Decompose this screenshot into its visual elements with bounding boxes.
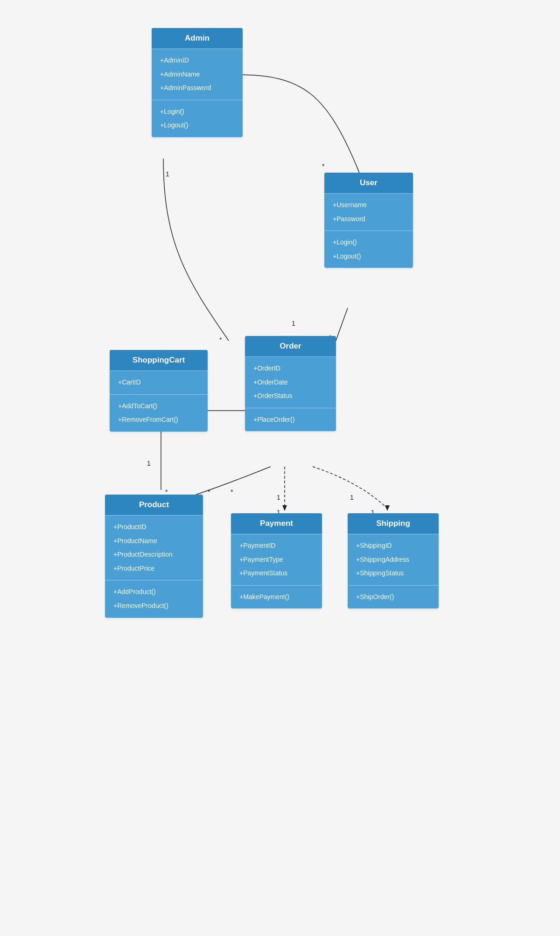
payment-method-1: +MakePayment() [239,590,314,604]
connections-svg [70,0,490,936]
user-methods: +Login() +Logout() [324,231,413,268]
user-title: User [324,173,413,193]
admin-attr-3: +AdminPassword [160,81,234,95]
admin-attr-1: +AdminID [160,54,234,68]
user-attributes: +Username +Password [324,193,413,231]
order-attributes: +OrderID +OrderDate +OrderStatus [245,356,336,408]
admin-methods: +Login() +Logout() [152,100,243,137]
shipping-attr-1: +ShippingID [356,539,430,553]
mult-cart-product-1: 1 [147,460,151,467]
payment-title: Payment [231,513,322,534]
mult-cart-order-star: * [219,336,222,343]
product-attributes: +ProductID +ProductName +ProductDescript… [105,515,203,580]
shipping-arrowhead [385,505,390,511]
mult-product-star2: * [231,488,233,496]
payment-attr-2: +PaymentType [239,553,314,567]
admin-method-1: +Login() [160,105,234,119]
mult-admin-order-1: 1 [166,170,169,178]
order-attr-3: +OrderStatus [253,389,328,403]
order-class: Order +OrderID +OrderDate +OrderStatus +… [245,336,336,431]
shoppingcart-method-1: +AddToCart() [118,399,199,413]
mult-user-order-1: 1 [292,320,295,327]
payment-attr-3: +PaymentStatus [239,566,314,580]
product-attr-1: +ProductID [113,520,195,534]
order-attr-1: +OrderID [253,362,328,376]
product-methods: +AddProduct() +RemoveProduct() [105,580,203,617]
admin-attr-2: +AdminName [160,68,234,82]
admin-class: Admin +AdminID +AdminName +AdminPassword… [152,28,243,137]
shoppingcart-method-2: +RemoveFromCart() [118,413,199,427]
shipping-attributes: +ShippingID +ShippingAddress +ShippingSt… [348,534,439,585]
product-attr-2: +ProductName [113,534,195,548]
order-attr-2: +OrderDate [253,376,328,390]
shoppingcart-methods: +AddToCart() +RemoveFromCart() [110,394,208,432]
shoppingcart-attr-1: +CartID [118,376,199,390]
product-method-1: +AddProduct() [113,585,195,599]
shipping-method-1: +ShipOrder() [356,590,430,604]
payment-arrowhead [282,505,287,511]
user-class: User +Username +Password +Login() +Logou… [324,173,413,268]
order-method-1: +PlaceOrder() [253,413,328,427]
payment-class: Payment +PaymentID +PaymentType +Payment… [231,513,322,608]
order-product-line [196,467,271,495]
mult-order-product-star: * [208,488,210,496]
shipping-title: Shipping [348,513,439,534]
admin-order-line [163,159,229,341]
diagram-container: 1 * 1 * 1 * 1 1 * * * 1 1 1 1 Admin +Adm… [70,0,490,936]
payment-attributes: +PaymentID +PaymentType +PaymentStatus [231,534,322,585]
admin-user-line [236,75,359,173]
shipping-methods: +ShipOrder() [348,585,439,609]
user-attr-2: +Password [333,212,405,226]
payment-methods: +MakePayment() [231,585,322,609]
user-method-2: +Logout() [333,250,405,264]
admin-attributes: +AdminID +AdminName +AdminPassword [152,49,243,100]
product-title: Product [105,495,203,515]
shoppingcart-attributes: +CartID [110,370,208,394]
admin-title: Admin [152,28,243,49]
user-method-1: +Login() [333,236,405,250]
payment-attr-1: +PaymentID [239,539,314,553]
shoppingcart-class: ShoppingCart +CartID +AddToCart() +Remov… [110,350,208,432]
mult-payment-1-top: 1 [277,494,280,501]
shoppingcart-title: ShoppingCart [110,350,208,370]
admin-method-2: +Logout() [160,119,234,133]
mult-admin-user-star: * [322,162,324,170]
order-title: Order [245,336,336,356]
shipping-attr-3: +ShippingStatus [356,566,430,580]
shipping-class: Shipping +ShippingID +ShippingAddress +S… [348,513,439,608]
mult-shipping-1-top: 1 [350,494,354,501]
shipping-attr-2: +ShippingAddress [356,553,430,567]
order-shipping-line [313,467,387,509]
product-attr-3: +ProductDescription [113,548,195,562]
product-method-2: +RemoveProduct() [113,599,195,613]
product-attr-4: +ProductPrice [113,562,195,576]
order-methods: +PlaceOrder() [245,408,336,432]
product-class: Product +ProductID +ProductName +Product… [105,495,203,618]
user-attr-1: +Username [333,198,405,212]
